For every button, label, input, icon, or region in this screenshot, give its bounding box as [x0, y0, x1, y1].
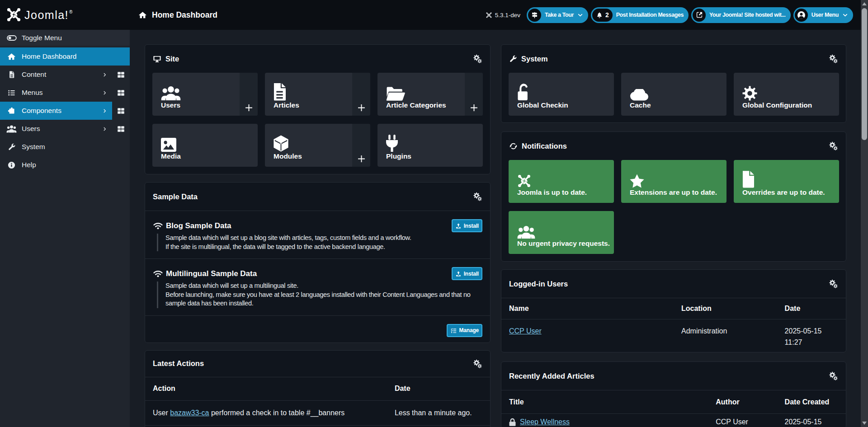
sample-data-card: Sample Data Blog Sample Data Install Sam…: [145, 182, 491, 343]
card-settings-button[interactable]: [828, 371, 838, 381]
sidebar-item-home-dashboard: Home Dashboard: [0, 47, 130, 66]
tile-global-checkin: Global Checkin: [509, 73, 614, 116]
install-multilingual-sample-button[interactable]: Install: [452, 267, 482, 280]
unlock-icon: [517, 84, 528, 101]
user-link[interactable]: bazaw33-ca: [170, 409, 209, 417]
plus-icon: [357, 103, 366, 113]
grid-icon: [117, 89, 125, 97]
tile-privacy-requests-link[interactable]: No urgent privacy requests.: [509, 211, 614, 254]
sidebar-link-users[interactable]: Users: [0, 120, 112, 138]
sidebar-dashboard-link-users[interactable]: [112, 120, 130, 138]
card-settings-button[interactable]: [472, 54, 482, 64]
grid-icon: [117, 70, 125, 79]
tile-overrides-up-to-date: Overrides are up to date.: [734, 160, 839, 203]
section-description: Sample data which will set up a multilin…: [157, 282, 482, 308]
sidebar-link-home-dashboard[interactable]: Home Dashboard: [0, 47, 130, 66]
post-installation-messages-button[interactable]: 2 Post Installation Messages: [591, 7, 689, 23]
tile-plugins-link[interactable]: Plugins: [377, 124, 483, 167]
table-row: User bazaw33-ca performed a check in to …: [145, 400, 490, 425]
tile-article-categories-add-button[interactable]: [465, 73, 483, 116]
tile-articles-link[interactable]: Articles: [265, 73, 352, 116]
recently-added-articles-table: Title Author Date Created Sleep Wellness: [501, 390, 846, 427]
latest-actions-table: Action Date User bazaw33-ca performed a …: [145, 377, 490, 427]
breadcrumb: Home Dashboard: [138, 0, 217, 30]
folder-open-icon: [386, 87, 405, 101]
toggle-icon: [7, 33, 17, 43]
system-card: System Global Checkin Cache: [501, 44, 846, 123]
cogs-icon: [472, 54, 482, 64]
sidebar-menu: Home Dashboard Content Menus: [0, 47, 130, 174]
sidebar-dashboard-link-menus[interactable]: [112, 84, 130, 102]
grid-icon: [117, 125, 125, 133]
file-lines-icon: [8, 70, 16, 79]
card-title: Sample Data: [153, 192, 198, 201]
sidebar-link-components[interactable]: Components: [0, 102, 112, 120]
tile-joomla-up-to-date-link[interactable]: Joomla is up to date.: [509, 160, 614, 203]
sidebar-link-system[interactable]: System: [0, 138, 130, 156]
card-settings-button[interactable]: [828, 279, 838, 289]
article-link[interactable]: Sleep Wellness: [520, 418, 570, 426]
section-description: Sample data which will set up a blog sit…: [157, 234, 482, 251]
tile-articles: Articles: [265, 73, 370, 116]
install-blog-sample-button[interactable]: Install: [452, 219, 482, 232]
home-icon: [7, 52, 16, 61]
recently-added-articles-card: Recently Added Articles Title Author Dat…: [501, 361, 846, 427]
tile-global-configuration-link[interactable]: Global Configuration: [734, 73, 839, 116]
cloud-icon: [630, 89, 649, 101]
take-a-tour-button[interactable]: Take a Tour: [527, 7, 588, 23]
sidebar-link-content[interactable]: Content: [0, 66, 112, 84]
tile-media: Media: [152, 124, 258, 167]
scrollbar[interactable]: [861, 0, 868, 427]
toggle-menu-button[interactable]: Toggle Menu: [0, 30, 130, 46]
tile-cache-link[interactable]: Cache: [621, 73, 726, 116]
tile-joomla-up-to-date: Joomla is up to date.: [509, 160, 614, 203]
sidebar-item-help: Help: [0, 156, 130, 174]
sidebar-link-help[interactable]: Help: [0, 156, 130, 174]
user-menu-button[interactable]: User Menu: [793, 7, 853, 23]
tile-modules-link[interactable]: Modules: [265, 124, 352, 167]
users-icon: [161, 86, 181, 101]
scrollbar-up-arrow[interactable]: [862, 2, 867, 5]
sidebar-dashboard-link-components[interactable]: [112, 102, 130, 120]
tile-modules: Modules: [265, 124, 370, 167]
sidebar-link-menus[interactable]: Menus: [0, 84, 112, 102]
messages-count-badge: 2: [605, 11, 609, 19]
user-link[interactable]: CCP User: [509, 327, 542, 335]
main-content: Site Users Articles: [130, 30, 861, 427]
wrench-icon: [8, 143, 16, 151]
tile-users-add-button[interactable]: [240, 73, 258, 116]
scrollbar-thumb[interactable]: [862, 8, 867, 140]
file-icon: [742, 171, 754, 188]
file-lines-icon: [274, 83, 286, 101]
joomla-logo: Joomla! ®: [6, 5, 72, 24]
hosted-site-button[interactable]: Your Joomla! Site hosted wit...: [691, 7, 791, 23]
column-header: Action: [145, 377, 387, 400]
joomla-icon: [6, 7, 22, 23]
cogs-icon: [828, 371, 838, 381]
tile-media-link[interactable]: Media: [152, 124, 258, 167]
chevron-down-icon: [577, 12, 583, 18]
external-link-icon: [696, 11, 703, 19]
scrollbar-down-arrow[interactable]: [862, 422, 867, 425]
cube-icon: [274, 135, 288, 152]
tile-global-checkin-link[interactable]: Global Checkin: [509, 73, 614, 116]
tile-users-link[interactable]: Users: [152, 73, 240, 116]
sidebar-dashboard-link-content[interactable]: [112, 66, 130, 84]
manage-button[interactable]: Manage: [447, 324, 482, 337]
card-settings-button[interactable]: [472, 192, 482, 202]
user-circle-icon: [797, 10, 806, 20]
blog-sample-data-section: Blog Sample Data Install Sample data whi…: [145, 211, 490, 251]
card-settings-button[interactable]: [828, 54, 838, 64]
tile-articles-add-button[interactable]: [352, 73, 370, 116]
bell-icon: [596, 11, 603, 19]
plus-icon: [469, 103, 479, 113]
card-settings-button[interactable]: [472, 359, 482, 369]
tile-article-categories-link[interactable]: Article Categories: [377, 73, 465, 116]
tile-extensions-up-to-date-link[interactable]: Extensions are up to date.: [621, 160, 726, 203]
tile-modules-add-button[interactable]: [352, 124, 370, 167]
logo-wordmark: Joomla!: [24, 5, 69, 24]
joomla-version-icon: [486, 12, 492, 19]
tile-overrides-up-to-date-link[interactable]: Overrides are up to date.: [734, 160, 839, 203]
map-signs-icon: [531, 11, 538, 19]
card-settings-button[interactable]: [828, 141, 838, 151]
